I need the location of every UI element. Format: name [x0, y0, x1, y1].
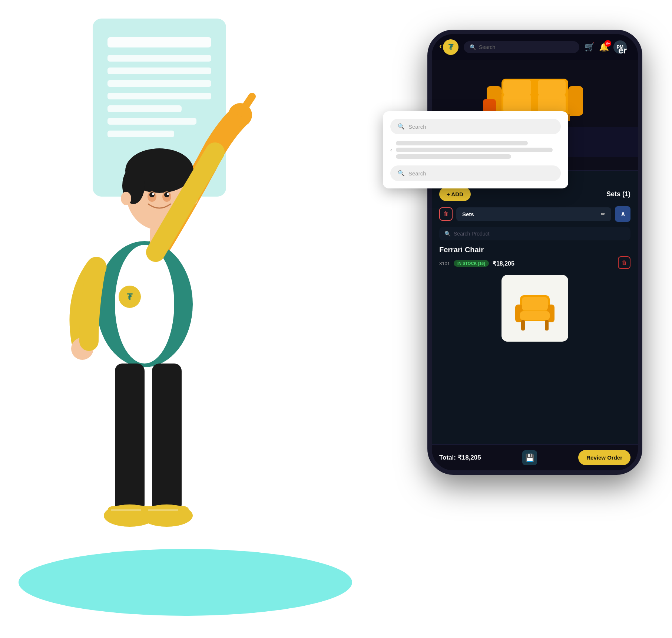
review-order-button[interactable]: Review Order [578, 450, 630, 465]
search-placeholder: Search [479, 44, 495, 50]
delete-set-button[interactable]: 🗑 [439, 207, 453, 221]
notification-icon-wrap[interactable]: 🔔 9+ [599, 42, 609, 52]
svg-rect-5 [107, 93, 211, 99]
delete-product-button[interactable]: 🗑 [618, 256, 630, 269]
edit-icon: ✏ [601, 211, 605, 217]
add-row: + ADD Sets (1) [439, 187, 630, 201]
overlay-search-icon-2: 🔍 [398, 170, 405, 177]
chair-svg [511, 284, 559, 332]
product-name: Ferrari Chair [439, 246, 484, 254]
svg-rect-27 [115, 364, 145, 512]
svg-rect-41 [538, 80, 566, 95]
floating-search-overlay: 🔍 Search ‹ 🔍 Search [383, 111, 568, 188]
collapse-button[interactable]: ∧ [615, 206, 630, 222]
svg-point-21 [152, 193, 154, 195]
product-item: Ferrari Chair 3101 IN STOCK [16] ₹18,205… [439, 246, 630, 345]
svg-rect-1 [107, 37, 211, 47]
sets-label-button[interactable]: Sets ✏ [456, 207, 611, 221]
save-icon: 💾 [525, 453, 534, 462]
svg-point-23 [121, 192, 131, 205]
save-button[interactable]: 💾 [522, 450, 537, 465]
svg-rect-4 [107, 80, 211, 87]
svg-point-22 [167, 193, 169, 195]
in-stock-badge: IN STOCK [16] [454, 260, 489, 267]
overlay-search-text-2: Search [408, 170, 426, 177]
phone-mockup: ₮ 🔍 Search 🛒 🔔 9+ PM [427, 30, 642, 475]
overlay-line-3 [396, 154, 512, 159]
notification-badge: 9+ [605, 40, 611, 47]
product-image-container [501, 275, 568, 342]
character-illustration: ₮ [0, 0, 315, 601]
svg-rect-39 [538, 94, 566, 113]
sets-row: 🗑 Sets ✏ ∧ [439, 206, 630, 222]
svg-text:₮: ₮ [127, 292, 133, 302]
overlay-line-1 [396, 141, 528, 145]
svg-rect-3 [107, 68, 211, 74]
chevron-up-icon: ∧ [620, 210, 625, 218]
delete-product-icon: 🗑 [622, 260, 627, 266]
svg-rect-35 [568, 86, 583, 116]
svg-rect-48 [521, 320, 525, 330]
search-product-placeholder: Search Product [454, 231, 490, 237]
badge-count: 9+ [606, 42, 610, 46]
product-price: ₹18,205 [493, 260, 514, 267]
product-item-header: Ferrari Chair [439, 246, 630, 254]
svg-rect-49 [545, 320, 549, 330]
overlay-search-text-1: Search [408, 124, 426, 130]
svg-rect-28 [152, 364, 182, 512]
svg-rect-50 [522, 297, 548, 310]
svg-rect-40 [503, 80, 531, 95]
svg-rect-32 [145, 506, 189, 519]
svg-rect-51 [520, 311, 550, 320]
add-sets-section: ADD SETS + ADD Sets (1) 🗑 Sets ✏ ∧ [432, 171, 638, 444]
product-code: 3101 [439, 261, 450, 266]
search-icon: 🔍 [470, 44, 476, 50]
overlay-search-bar-1[interactable]: 🔍 Search [390, 119, 561, 134]
product-meta: 3101 IN STOCK [16] ₹18,205 [439, 260, 514, 267]
svg-point-20 [164, 192, 169, 197]
total-label: Total: ₹18,205 [439, 454, 481, 461]
svg-point-19 [149, 192, 155, 197]
svg-rect-38 [503, 94, 531, 113]
add-button[interactable]: + ADD [439, 187, 471, 201]
cart-icon-wrap[interactable]: 🛒 [585, 42, 595, 52]
svg-rect-6 [107, 105, 182, 112]
search-product-icon: 🔍 [444, 231, 451, 237]
svg-rect-2 [107, 55, 211, 62]
back-button[interactable]: ‹ [439, 42, 442, 51]
header-search-bar[interactable]: 🔍 Search [464, 41, 579, 53]
overlay-search-bar-2[interactable]: 🔍 Search [390, 165, 561, 181]
cart-icon: 🛒 [585, 42, 595, 52]
overlay-search-icon-1: 🔍 [398, 123, 405, 130]
search-product-bar[interactable]: 🔍 Search Product [439, 227, 630, 240]
phone-header: ₮ 🔍 Search 🛒 🔔 9+ PM [432, 34, 638, 60]
sets-name: Sets [462, 211, 474, 217]
svg-rect-7 [107, 118, 196, 125]
delete-icon: 🗑 [443, 211, 449, 217]
overlay-line-2 [396, 148, 553, 152]
phone-body: ₮ 🔍 Search 🛒 🔔 9+ PM [427, 30, 642, 475]
app-logo: ₮ [443, 39, 459, 55]
logo-text: ₮ [448, 43, 453, 52]
product-title-hero: er [618, 45, 627, 56]
phone-bottom-bar: Total: ₹18,205 💾 Review Order [432, 444, 638, 470]
svg-rect-8 [107, 131, 174, 137]
sets-count-label: Sets (1) [606, 190, 630, 198]
overlay-back-arrow[interactable]: ‹ [390, 147, 392, 153]
